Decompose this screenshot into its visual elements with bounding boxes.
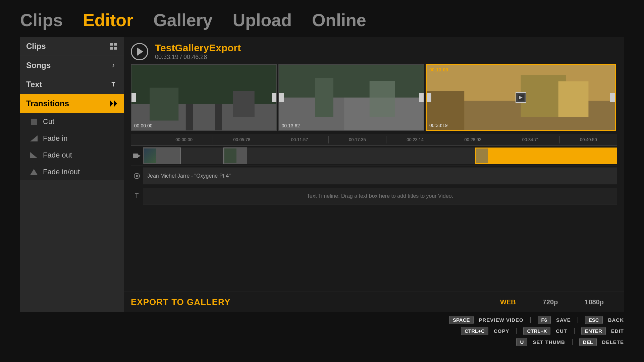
svg-marker-7 — [30, 152, 38, 158]
audio-track-label: Jean Michel Jarre - "Oxygene Pt 4" — [147, 173, 231, 179]
svg-rect-14 — [150, 88, 178, 121]
svg-rect-11 — [186, 104, 193, 130]
label-preview-video: PREVIEW VIDEO — [479, 317, 524, 323]
preview-clip-1[interactable]: 00:00:00 — [131, 64, 277, 131]
clip-handle-left-2[interactable] — [279, 93, 284, 102]
sidebar-songs-label: Songs — [26, 61, 51, 70]
fadein-label: Fade in — [43, 134, 67, 143]
transition-cut[interactable]: Cut — [20, 113, 124, 130]
nav-clips[interactable]: Clips — [20, 10, 63, 30]
transition-fade-inout[interactable]: Fade in/out — [20, 164, 124, 180]
transition-fade-in[interactable]: Fade in — [20, 130, 124, 147]
svg-rect-3 — [114, 47, 117, 50]
current-time: 00:33:19 — [155, 54, 178, 60]
ruler-mark-7: 00:40:50 — [559, 136, 617, 143]
label-save: SAVE — [556, 317, 571, 323]
export-bar: EXPORT TO GALLERY WEB 720p 1080p — [124, 292, 624, 312]
quality-720p[interactable]: 720p — [529, 296, 572, 309]
sidebar-item-text[interactable]: Text T — [20, 75, 124, 94]
transition-marker[interactable] — [516, 92, 526, 103]
ruler-mark-3: 00:17:35 — [328, 136, 386, 143]
timeline-clip-3-highlighted[interactable] — [475, 147, 617, 164]
text-icon: T — [109, 80, 118, 89]
nav-online[interactable]: Online — [312, 10, 366, 30]
transition-fade-out[interactable]: Fade out — [20, 147, 124, 164]
key-enter: ENTER — [581, 327, 606, 335]
key-del: DEL — [579, 338, 597, 346]
key-u: U — [516, 338, 527, 346]
clip-handle-right-3[interactable] — [610, 93, 615, 102]
video-previews: 00:00:00 00:13:62 — [124, 64, 624, 131]
key-ctrl-c: CTRL+C — [461, 327, 488, 335]
label-copy: COPY — [494, 328, 509, 334]
transitions-icon — [109, 99, 118, 108]
ruler-marks: 00:00:00 00:05:78 00:11:57 00:17:35 00:2… — [155, 136, 617, 143]
cut-transition-icon — [30, 117, 38, 126]
quality-options: WEB 720p 1080p — [487, 296, 617, 309]
audio-track: Jean Michel Jarre - "Oxygene Pt 4" — [131, 166, 617, 186]
nav-editor[interactable]: Editor — [83, 10, 133, 30]
timeline-clip-1[interactable] — [143, 147, 181, 164]
ruler-mark-6: 00:34:71 — [502, 136, 559, 143]
key-ctrl-x: CTRL+X — [523, 327, 550, 335]
audio-track-content[interactable]: Jean Michel Jarre - "Oxygene Pt 4" — [143, 168, 617, 184]
svg-rect-17 — [315, 78, 333, 117]
label-cut: CUT — [556, 328, 567, 334]
sep-5 — [572, 339, 573, 345]
timeline-ruler: 00:00:00 00:05:78 00:11:57 00:17:35 00:2… — [131, 134, 617, 146]
svg-marker-4 — [110, 100, 113, 107]
play-icon — [137, 48, 143, 56]
nav-gallery[interactable]: Gallery — [153, 10, 212, 30]
sep-2 — [578, 317, 578, 323]
svg-marker-28 — [138, 155, 141, 157]
cut-label: Cut — [43, 117, 54, 126]
nav-upload[interactable]: Upload — [233, 10, 292, 30]
video-track-content[interactable] — [143, 147, 617, 164]
sidebar-item-transitions[interactable]: Transitions — [20, 94, 124, 113]
clip-time-2: 00:13:62 — [282, 123, 300, 128]
quality-web[interactable]: WEB — [487, 296, 529, 309]
svg-point-30 — [136, 175, 138, 177]
timeline-thumb-2 — [224, 148, 236, 163]
clip-handle-left-1[interactable] — [131, 93, 136, 102]
text-track-icon: T — [131, 192, 143, 199]
clip-thumbnail-1 — [131, 65, 276, 130]
text-track: T Text Timeline: Drag a text box here to… — [131, 186, 617, 206]
key-esc: ESC — [585, 316, 603, 324]
sidebar-clips-label: Clips — [26, 42, 46, 51]
svg-rect-2 — [110, 47, 113, 50]
label-set-thumb: SET THUMB — [533, 339, 565, 345]
quality-1080p[interactable]: 1080p — [571, 296, 617, 309]
key-space: SPACE — [449, 316, 474, 324]
clip-handle-right-1[interactable] — [272, 93, 276, 102]
timeline-thumb-3 — [476, 148, 488, 163]
ruler-mark-2: 00:11:57 — [271, 136, 328, 143]
fadeinout-label: Fade in/out — [43, 168, 80, 176]
shortcut-row-2: CTRL+C COPY CTRL+X CUT ENTER EDIT — [461, 327, 624, 335]
preview-clip-2[interactable]: 00:13:62 — [278, 64, 425, 131]
fadeout-icon — [30, 151, 38, 160]
time-separator: / — [180, 54, 183, 60]
preview-clip-3[interactable]: 00:13:09 00:33:19 — [426, 64, 616, 131]
sidebar-text-label: Text — [26, 80, 42, 89]
svg-rect-13 — [233, 91, 255, 117]
label-back: BACK — [608, 317, 624, 323]
total-time: 00:46:28 — [183, 54, 207, 60]
clip-time-3: 00:33:19 — [429, 123, 448, 128]
text-timeline-content: Text Timeline: Drag a text box here to a… — [143, 188, 617, 204]
timeline-clip-2[interactable] — [223, 147, 247, 164]
timeline-thumb-1 — [144, 148, 156, 163]
play-button[interactable] — [131, 43, 148, 60]
export-to-gallery-button[interactable]: EXPORT TO GALLERY — [131, 297, 230, 307]
main-layout: Clips Songs ♪ Text T Transitions Cut — [0, 37, 644, 312]
sidebar-item-songs[interactable]: Songs ♪ — [20, 56, 124, 75]
clip-handle-left-3[interactable] — [427, 93, 431, 102]
content-area: TestGalleryExport 00:33:19 / 00:46:28 — [124, 37, 624, 312]
sidebar-item-clips[interactable]: Clips — [20, 37, 124, 56]
clip-handle-right-2[interactable] — [419, 93, 424, 102]
svg-marker-5 — [114, 100, 117, 107]
project-time: 00:33:19 / 00:46:28 — [155, 54, 241, 61]
project-name: TestGalleryExport — [155, 42, 241, 54]
project-info: TestGalleryExport 00:33:19 / 00:46:28 — [155, 42, 241, 61]
grid-icon — [109, 42, 118, 51]
